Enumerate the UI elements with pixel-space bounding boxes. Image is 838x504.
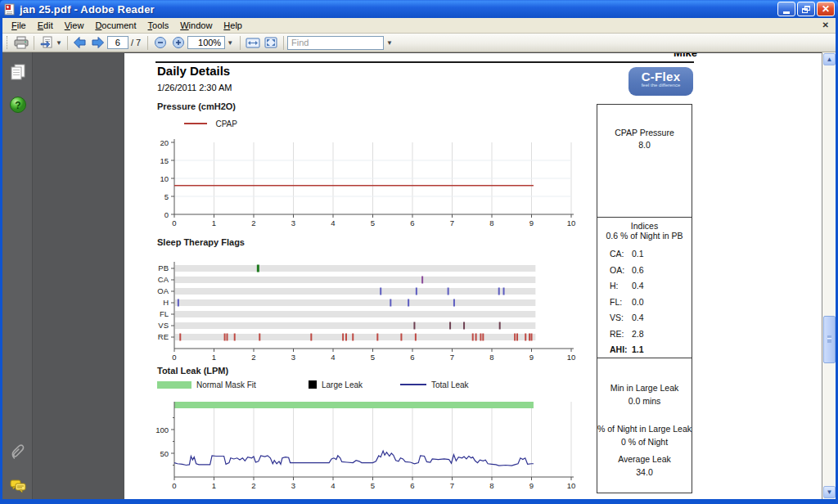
svg-text:9: 9: [529, 218, 534, 227]
menu-help[interactable]: Help: [218, 19, 248, 32]
fit-width-icon: [246, 37, 260, 49]
close-button[interactable]: ✕: [817, 2, 835, 16]
document-canvas: ? Mike Daily Detail: [2, 52, 836, 499]
vertical-scrollbar[interactable]: ▲ ▼: [822, 52, 836, 499]
svg-text:3: 3: [291, 481, 295, 490]
printer-icon: [14, 36, 29, 49]
email-button[interactable]: ▼: [38, 34, 64, 52]
zoom-out-button[interactable]: [151, 34, 169, 52]
email-dropdown-caret[interactable]: ▼: [56, 39, 62, 47]
svg-text:100: 100: [155, 425, 169, 434]
navigation-pane: ?: [2, 52, 33, 499]
large-leak-label: Large Leak: [322, 380, 363, 389]
svg-text:7: 7: [450, 353, 454, 362]
svg-text:?: ?: [15, 100, 20, 111]
page-number-input[interactable]: [107, 36, 128, 49]
minimize-button[interactable]: [777, 2, 795, 16]
comments-panel-button[interactable]: [8, 476, 28, 496]
leak-chart-title: Total Leak (LPM): [157, 366, 228, 376]
pct-night-large-leak-label: % of Night in Large Leak: [597, 422, 692, 435]
pressure-legend: CPAP: [184, 115, 237, 130]
svg-text:8: 8: [489, 218, 493, 227]
adobe-reader-window: jan 25.pdf - Adobe Reader ✕ File Edit Vi…: [0, 0, 838, 504]
pages-panel-button[interactable]: [8, 62, 28, 82]
svg-text:7: 7: [450, 481, 454, 490]
header-rule: [155, 61, 694, 63]
zoom-in-button[interactable]: [169, 34, 187, 52]
leak-summary-panel: Min in Large Leak 0.0 mins % of Night in…: [597, 358, 692, 493]
svg-text:50: 50: [160, 449, 169, 458]
large-leak-swatch: [309, 380, 317, 389]
next-page-button[interactable]: [89, 34, 107, 52]
min-large-leak-value: 0.0 mins: [597, 394, 692, 407]
indices-title: Indices: [597, 218, 692, 231]
patient-name-clipped: Mike: [648, 53, 697, 61]
menubar-close-icon[interactable]: ✕: [822, 20, 829, 29]
comments-icon: [9, 478, 27, 494]
scroll-up-button[interactable]: ▲: [823, 53, 836, 65]
how-to-panel-button[interactable]: ?: [8, 95, 28, 115]
scrollbar-thumb[interactable]: [823, 316, 836, 363]
cflex-logo: C-Flex feel the difference: [628, 67, 693, 96]
toolbar-grip: [7, 36, 10, 49]
menu-view[interactable]: View: [59, 19, 90, 32]
normal-mask-fit-label: Normal Mask Fit: [196, 380, 256, 389]
svg-text:FL: FL: [160, 309, 169, 318]
menu-file[interactable]: File: [6, 19, 32, 32]
window-title: jan 25.pdf - Adobe Reader: [20, 3, 155, 16]
cflex-logo-tagline: feel the difference: [628, 83, 693, 88]
svg-text:VS: VS: [158, 321, 169, 330]
svg-text:2: 2: [251, 218, 255, 227]
index-row-ahi: AHI:1.1: [610, 344, 692, 354]
find-input[interactable]: [287, 36, 384, 50]
index-row-re: RE:2.8: [610, 329, 692, 339]
fit-page-icon: [264, 36, 278, 49]
attachments-panel-button[interactable]: [8, 443, 28, 463]
restore-button[interactable]: [797, 2, 815, 16]
zoom-dropdown-caret[interactable]: ▼: [227, 39, 233, 47]
svg-text:10: 10: [160, 174, 169, 183]
svg-text:0: 0: [172, 218, 176, 227]
scroll-down-button[interactable]: ▼: [823, 486, 836, 498]
svg-text:5: 5: [371, 353, 375, 362]
svg-text:9: 9: [529, 481, 534, 490]
cpap-pressure-value: 8.0: [597, 140, 692, 150]
menu-edit[interactable]: Edit: [32, 19, 59, 32]
title-bar[interactable]: jan 25.pdf - Adobe Reader ✕: [0, 0, 838, 18]
fit-width-button[interactable]: [244, 34, 262, 52]
arrow-left-icon: [73, 36, 87, 49]
cpap-legend-swatch: [184, 123, 207, 124]
svg-text:10: 10: [567, 481, 576, 490]
menu-window[interactable]: Window: [174, 19, 218, 32]
flags-chart-title: Sleep Therapy Flags: [157, 237, 245, 247]
svg-text:7: 7: [450, 218, 454, 227]
leak-legend-total: Total Leak: [400, 380, 469, 389]
average-leak-label: Average Leak: [597, 452, 692, 466]
menu-document[interactable]: Document: [89, 19, 142, 32]
menu-tools[interactable]: Tools: [142, 19, 175, 32]
print-button[interactable]: [12, 34, 30, 52]
pct-night-large-leak-value: 0 % of Night: [597, 435, 692, 448]
svg-text:6: 6: [410, 481, 414, 490]
svg-text:CA: CA: [158, 275, 169, 284]
svg-text:20: 20: [160, 138, 169, 147]
svg-text:5: 5: [371, 481, 375, 490]
svg-text:1: 1: [212, 218, 216, 227]
zoom-level-box[interactable]: 100%: [187, 36, 225, 49]
pdf-file-icon: [3, 3, 16, 16]
fit-page-button[interactable]: [262, 34, 280, 52]
svg-text:15: 15: [160, 156, 169, 165]
summary-panels: CPAP Pressure 8.0 Indices 0.6 % of Night…: [597, 104, 692, 493]
previous-page-button[interactable]: [71, 34, 89, 52]
svg-text:PB: PB: [158, 263, 169, 272]
arrow-right-icon: [91, 36, 105, 49]
total-leak-label: Total Leak: [431, 380, 469, 389]
cpap-pressure-panel: CPAP Pressure 8.0: [597, 105, 692, 217]
report-title: Daily Details: [157, 64, 230, 78]
svg-text:1: 1: [212, 481, 216, 490]
find-dropdown-caret[interactable]: ▼: [386, 39, 393, 47]
svg-text:0: 0: [172, 353, 176, 362]
svg-text:0: 0: [172, 481, 176, 490]
svg-text:3: 3: [291, 353, 295, 362]
index-row-h: H:0.4: [610, 281, 692, 290]
